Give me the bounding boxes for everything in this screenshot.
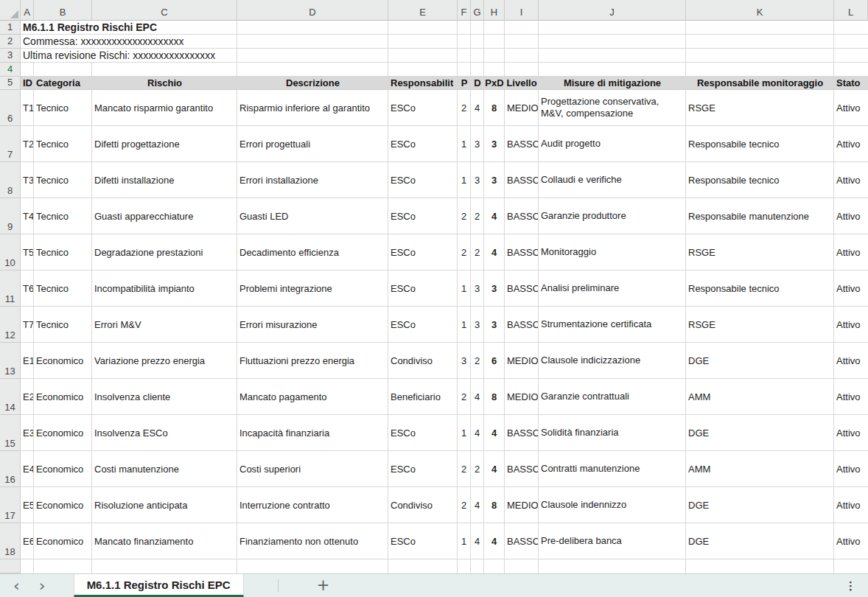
cell[interactable]: Costi manutenzione [92,451,237,487]
cell[interactable]: Tecnico [34,90,92,126]
cell[interactable] [834,49,868,63]
cell[interactable]: Responsabile tecnico [686,270,834,307]
row-header[interactable]: 5 [0,77,21,90]
cell[interactable] [388,559,458,573]
cell[interactable]: Guasti apparecchiature [92,198,237,234]
cell[interactable]: Insolvenza cliente [92,379,237,415]
cell[interactable] [539,559,686,573]
cell[interactable]: ESCo [388,162,458,198]
table-header-cell[interactable]: Responsabilit [388,77,458,90]
table-header-cell[interactable]: PxD [484,77,505,90]
cell[interactable]: Risparmio inferiore al garantito [237,90,388,126]
info-cell[interactable]: Ultima revisione Rischi: xxxxxxxxxxxxxxx… [21,49,237,63]
cell[interactable] [686,49,834,63]
cell[interactable] [686,63,834,77]
cell[interactable] [834,35,868,49]
cell[interactable]: Monitoraggio [539,234,686,270]
table-header-cell[interactable]: D [471,77,484,90]
row-header[interactable]: 10 [0,234,21,270]
table-header-cell[interactable]: Responsabile monitoraggio [686,77,834,90]
cell[interactable]: 1 [458,270,471,307]
cell[interactable] [686,559,834,573]
table-header-cell[interactable]: Descrizione [237,77,388,90]
cell[interactable]: 1 [458,162,471,198]
cell[interactable] [484,35,505,49]
cell[interactable]: Attivo [834,162,868,198]
cell[interactable]: 4 [471,415,484,451]
cell[interactable]: Decadimento efficienza [237,234,388,270]
cell[interactable]: 1 [458,126,471,162]
cell[interactable]: 8 [484,487,505,523]
cell[interactable]: DGE [686,343,834,379]
cell[interactable]: 3 [471,162,484,198]
cell[interactable] [505,35,539,49]
cell[interactable]: Difetti progettazione [92,126,237,162]
cell[interactable] [458,559,471,573]
cell[interactable] [21,63,34,77]
cell[interactable]: Tecnico [34,307,92,343]
column-header[interactable]: L [834,0,868,21]
cell[interactable]: Pre-delibera banca [539,523,686,559]
cell[interactable]: E5 [21,487,34,523]
table-header-cell[interactable]: Misure di mitigazione [539,77,686,90]
row-header[interactable]: 7 [0,126,21,162]
cell[interactable]: Attivo [834,307,868,343]
cell[interactable]: Collaudi e verifiche [539,162,686,198]
cell[interactable]: Attivo [834,90,868,126]
cell[interactable] [471,63,484,77]
cell[interactable] [458,21,471,35]
cell[interactable] [539,21,686,35]
row-header[interactable]: 6 [0,90,21,126]
cell[interactable] [686,21,834,35]
row-header[interactable]: 13 [0,343,21,379]
next-sheet-icon[interactable]: › [39,578,46,594]
column-header[interactable]: J [539,0,686,21]
cell[interactable] [92,559,237,573]
cell[interactable] [388,63,458,77]
cell[interactable]: Incompatibilità impianto [92,270,237,307]
cell[interactable]: Attivo [834,379,868,415]
cell[interactable] [237,35,388,49]
cell[interactable]: Contratti manutenzione [539,451,686,487]
cell[interactable]: Garanzie contrattuali [539,379,686,415]
cell[interactable]: Economico [34,343,92,379]
cell[interactable]: Garanzie produttore [539,198,686,234]
cell[interactable] [34,559,92,573]
cell[interactable]: Errori installazione [237,162,388,198]
cell[interactable]: ESCo [388,234,458,270]
cell[interactable]: 1 [458,415,471,451]
cell[interactable] [471,559,484,573]
cell[interactable]: Degradazione prestazioni [92,234,237,270]
row-header[interactable]: 3 [0,49,21,63]
cell[interactable]: BASSO [505,307,539,343]
cell[interactable]: E4 [21,451,34,487]
row-header[interactable]: 1 [0,21,21,35]
cell[interactable]: AMM [686,379,834,415]
cell[interactable] [237,559,388,573]
cell[interactable] [471,35,484,49]
cell[interactable]: BASSO [505,451,539,487]
cell[interactable]: Attivo [834,126,868,162]
cell[interactable]: 2 [458,451,471,487]
cell[interactable]: Economico [34,379,92,415]
cell[interactable] [471,21,484,35]
cell[interactable]: E1 [21,343,34,379]
column-header[interactable]: E [388,0,458,21]
cell[interactable]: Responsabile tecnico [686,126,834,162]
cell[interactable]: 3 [471,126,484,162]
cell[interactable]: 6 [484,343,505,379]
cell[interactable]: Problemi integrazione [237,270,388,307]
cell[interactable]: BASSO [505,415,539,451]
cell[interactable]: Solidità finanziaria [539,415,686,451]
cell[interactable]: RSGE [686,90,834,126]
cell[interactable]: 2 [458,90,471,126]
row-header[interactable]: 17 [0,487,21,523]
cell[interactable]: Responsabile tecnico [686,162,834,198]
cell[interactable] [34,63,92,77]
cell[interactable]: ESCo [388,198,458,234]
cell[interactable]: Finanziamento non ottenuto [237,523,388,559]
cell[interactable]: T1 [21,90,34,126]
cell[interactable]: Variazione prezzo energia [92,343,237,379]
cell[interactable]: 3 [471,307,484,343]
cell[interactable]: Progettazione conservativa, M&V, compens… [539,90,686,126]
